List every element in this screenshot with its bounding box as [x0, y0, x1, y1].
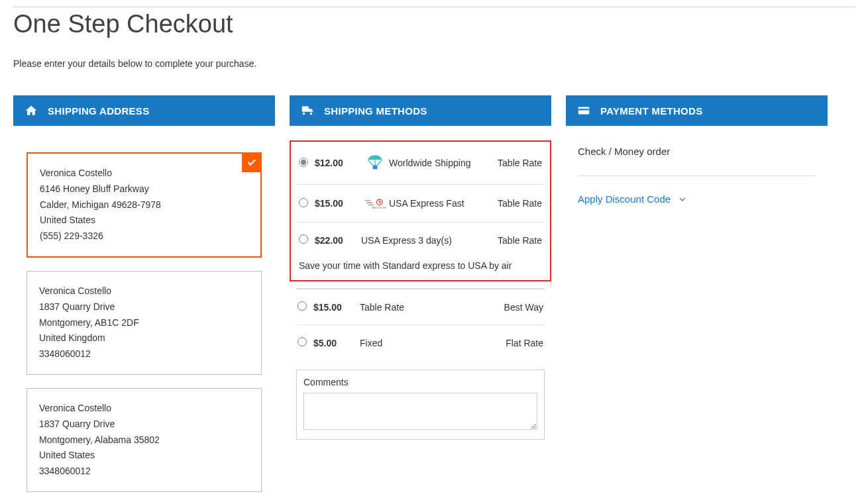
- fast-delivery-icon: FAST DELIVERY: [361, 197, 389, 210]
- payment-methods-title: PAYMENT METHODS: [600, 105, 703, 117]
- shipping-price: $12.00: [315, 158, 361, 168]
- address-city: Calder, Michigan 49628-7978: [40, 197, 248, 213]
- other-shipping-group: $15.00 Table Rate Best Way $5.00 Fixed F…: [290, 288, 551, 360]
- shipping-price: $5.00: [313, 338, 360, 348]
- shipping-method-row[interactable]: $15.00 FAST DELIVERY USA Express Fast Ta…: [298, 185, 543, 223]
- address-street: 1837 Quarry Drive: [39, 299, 249, 315]
- shipping-name: Fixed: [360, 338, 484, 348]
- apply-discount-toggle[interactable]: Apply Discount Code: [578, 193, 816, 205]
- page-subtitle: Please enter your details below to compl…: [13, 58, 855, 69]
- parachute-icon: [361, 154, 389, 172]
- shipping-price: $22.00: [315, 235, 361, 246]
- svg-rect-4: [578, 109, 590, 110]
- shipping-rate: Flat Rate: [484, 338, 543, 348]
- comments-textarea[interactable]: [303, 393, 537, 430]
- shipping-radio[interactable]: [299, 198, 308, 207]
- shipping-name: Worldwide Shipping: [389, 158, 482, 168]
- address-list: Veronica Costello 6146 Honey Bluff Parkw…: [13, 126, 275, 504]
- shipping-methods-header: SHIPPING METHODS: [290, 95, 551, 126]
- address-card[interactable]: Veronica Costello 1837 Quarry Drive Mont…: [27, 271, 262, 375]
- shipping-name: Table Rate: [360, 302, 484, 313]
- shipping-name: USA Express Fast: [389, 198, 482, 209]
- address-city: Montgomery, AB1C 2DF: [39, 315, 249, 331]
- payment-methods-header: PAYMENT METHODS: [566, 95, 828, 126]
- address-country: United States: [40, 213, 248, 228]
- home-icon: [24, 103, 38, 118]
- address-phone: (555) 229-3326: [40, 228, 248, 244]
- svg-rect-3: [578, 107, 590, 115]
- svg-rect-0: [373, 166, 378, 170]
- credit-card-icon: [576, 103, 591, 118]
- page-title: One Step Checkout: [13, 7, 855, 38]
- address-name: Veronica Costello: [40, 166, 248, 181]
- comments-label: Comments: [303, 377, 537, 387]
- shipping-radio[interactable]: [299, 158, 308, 167]
- shipping-rate: Table Rate: [482, 235, 542, 246]
- shipping-method-row[interactable]: $22.00 USA Express 3 day(s) Table Rate: [298, 223, 543, 258]
- address-street: 6146 Honey Bluff Parkway: [40, 181, 248, 197]
- shipping-price: $15.00: [313, 302, 360, 313]
- comments-box: Comments: [296, 370, 545, 440]
- address-country: United States: [39, 448, 249, 464]
- shipping-radio[interactable]: [298, 337, 307, 346]
- chevron-down-icon: [677, 194, 688, 205]
- address-street: 1837 Quarry Drive: [39, 417, 249, 432]
- shipping-price: $15.00: [315, 198, 361, 209]
- shipping-method-row[interactable]: $12.00 Worldwide Shipping Table Rate: [298, 142, 543, 185]
- shipping-rate: Table Rate: [482, 158, 542, 168]
- shipping-radio[interactable]: [298, 301, 307, 311]
- address-phone: 3348060012: [39, 346, 249, 362]
- shipping-address-header: SHIPPING ADDRESS: [13, 95, 275, 126]
- shipping-method-row[interactable]: $15.00 Table Rate Best Way: [296, 289, 545, 325]
- address-card[interactable]: Veronica Costello 6146 Honey Bluff Parkw…: [27, 152, 262, 258]
- shipping-methods-title: SHIPPING METHODS: [324, 105, 427, 117]
- address-name: Veronica Costello: [39, 401, 249, 417]
- discount-label: Apply Discount Code: [578, 193, 671, 205]
- payment-option[interactable]: Check / Money order: [578, 146, 816, 176]
- shipping-note: Save your time with Standard express to …: [298, 258, 543, 272]
- truck-icon: [300, 103, 315, 118]
- address-city: Montgomery, Alabama 35802: [39, 432, 249, 448]
- address-card[interactable]: Veronica Costello 1837 Quarry Drive Mont…: [27, 388, 262, 492]
- shipping-rate: Best Way: [484, 302, 543, 313]
- shipping-name: USA Express 3 day(s): [361, 235, 482, 246]
- shipping-method-row[interactable]: $5.00 Fixed Flat Rate: [296, 325, 545, 360]
- shipping-rate: Table Rate: [482, 198, 542, 209]
- highlighted-shipping-group: $12.00 Worldwide Shipping Table Rate $15…: [290, 140, 551, 281]
- check-icon: [242, 152, 262, 172]
- payment-methods-column: PAYMENT METHODS Check / Money order Appl…: [566, 95, 828, 225]
- shipping-radio[interactable]: [299, 234, 308, 244]
- shipping-methods-column: SHIPPING METHODS $12.00 Worldwide Shippi…: [290, 95, 551, 440]
- svg-text:FAST DELIVERY: FAST DELIVERY: [372, 207, 386, 209]
- shipping-address-title: SHIPPING ADDRESS: [48, 105, 149, 117]
- address-country: United Kingdom: [39, 330, 249, 346]
- address-name: Veronica Costello: [39, 283, 249, 299]
- shipping-address-column: SHIPPING ADDRESS Veronica Costello 6146 …: [13, 95, 275, 504]
- address-phone: 3348060012: [39, 464, 249, 479]
